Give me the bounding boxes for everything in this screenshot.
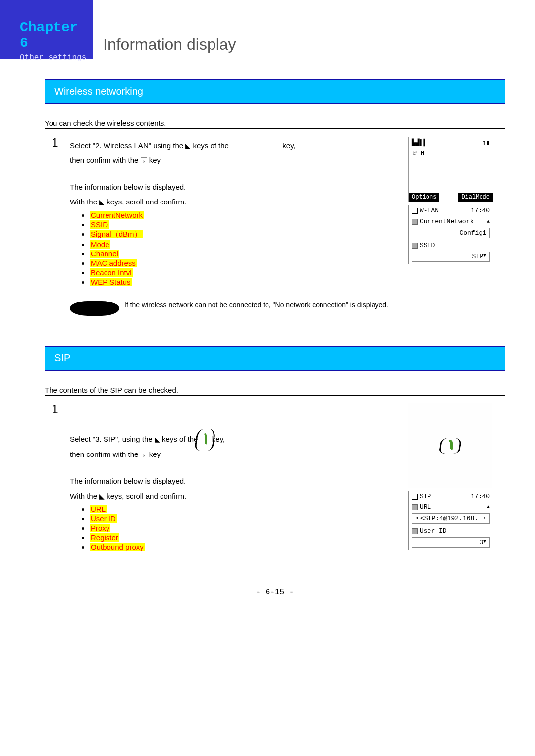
text: keys of the — [162, 435, 200, 443]
page-number: - 6-15 - — [45, 588, 505, 597]
text: key, — [212, 435, 225, 443]
confirm-key-icon: ⬨ — [141, 157, 147, 164]
screen-time: 17:40 — [471, 207, 490, 214]
text: Select "3. SIP", using the — [70, 435, 155, 443]
screen-title: SIP — [420, 493, 431, 500]
list-item: Proxy — [90, 524, 110, 532]
list-item: User ID — [90, 514, 117, 523]
softkey-right: DialMode — [458, 193, 493, 202]
signal-icon: ▙▟▌▍ — [412, 139, 427, 147]
handset-icon: ☏ H — [409, 148, 493, 158]
screen-value: 3 — [415, 539, 483, 546]
phone-screen-sip: SIP 17:40 URL▲ ◂<SIP:4@192.168.▸ User ID… — [408, 491, 493, 550]
wireless-step: 1 Select "2. Wireless LAN" using the ◣ k… — [45, 132, 505, 326]
list-item: Beacon Intvl — [90, 268, 133, 277]
list-item: Signal（dBm） — [90, 230, 143, 238]
nav-pointer-icon: ◣ — [155, 435, 160, 443]
logo-icon — [203, 433, 207, 446]
text: keys of the — [193, 141, 231, 150]
list-item: Register — [90, 533, 119, 542]
section-sip: SIP — [45, 346, 505, 371]
scroll-down-icon: ▼ — [483, 539, 486, 546]
list-item: MAC address — [90, 259, 137, 267]
wireless-intro: You can check the wireless contents. — [45, 119, 505, 129]
text: then confirm with the — [70, 156, 141, 164]
text: key. — [149, 450, 162, 458]
nav-pointer-icon: ◣ — [99, 492, 105, 500]
step-number: 1 — [45, 399, 65, 563]
wireless-fields-list: CurrentNetwork SSID Signal（dBm） Mode Cha… — [90, 211, 398, 286]
logo-image — [408, 403, 492, 488]
chapter-number: Chapter 6 — [20, 20, 88, 50]
list-item: CurrentNetwork — [90, 211, 144, 219]
screen-value: Config1 — [415, 229, 486, 237]
list-item: URL — [90, 505, 107, 513]
note-badge-icon — [70, 301, 119, 316]
chapter-sidebar: Chapter 6 Other settings — [0, 0, 93, 59]
screen-row: User ID — [420, 527, 447, 535]
confirm-key-icon: ⬨ — [141, 452, 147, 458]
text: The information below is displayed. — [70, 181, 398, 193]
arrow-right-icon: ▸ — [483, 515, 486, 522]
text: Select "2. Wireless LAN" using the — [70, 141, 185, 150]
sip-step: 1 Select "3. SIP", using the ◣ keys of t… — [45, 399, 505, 563]
text: key. — [149, 156, 162, 164]
nav-pointer-icon: ◣ — [99, 198, 105, 206]
text: The information below is displayed. — [70, 475, 398, 487]
softkey-left: Options — [409, 193, 439, 202]
screen-row: CurrentNetwork — [420, 218, 474, 225]
text: With the — [70, 198, 99, 206]
scroll-up-icon: ▲ — [487, 219, 490, 224]
text: key, — [282, 141, 295, 150]
screen-title: W-LAN — [420, 207, 439, 214]
note-text: If the wireless network can not be conne… — [124, 301, 393, 309]
screen-value: SIP — [415, 253, 483, 260]
scroll-up-icon: ▲ — [487, 504, 490, 510]
list-item: Outbound proxy — [90, 543, 145, 551]
list-item: WEP Status — [90, 278, 132, 286]
screen-row: SSID — [420, 242, 435, 249]
screen-row: URL — [420, 504, 431, 511]
text: then confirm with the — [70, 450, 141, 458]
scroll-down-icon: ▼ — [483, 253, 486, 260]
page-title: Information display — [93, 35, 236, 59]
list-item: Mode — [90, 240, 110, 249]
battery-icon: ▯▮ — [482, 139, 490, 147]
nav-pointer-icon: ◣ — [185, 142, 191, 150]
chapter-subtitle: Other settings — [20, 53, 88, 62]
text: keys, scroll and confirm. — [107, 492, 186, 500]
screen-value: <SIP:4@192.168. — [418, 515, 483, 522]
list-item: Channel — [90, 250, 119, 258]
screen-time: 17:40 — [471, 493, 490, 500]
sip-fields-list: URL User ID Proxy Register Outbound prox… — [90, 505, 398, 551]
step-number: 1 — [45, 132, 65, 326]
section-wireless: Wireless networking — [45, 79, 505, 104]
phone-screen-wlan: W-LAN 17:40 CurrentNetwork▲ Config1 SSID… — [408, 205, 493, 264]
phone-screen-idle: ▙▟▌▍ ▯▮ ☏ H Options DialMode — [408, 137, 493, 202]
sip-intro: The contents of the SIP can be checked. — [45, 386, 505, 396]
text: With the — [70, 492, 99, 500]
text: keys, scroll and confirm. — [107, 198, 186, 206]
list-item: SSID — [90, 220, 109, 229]
